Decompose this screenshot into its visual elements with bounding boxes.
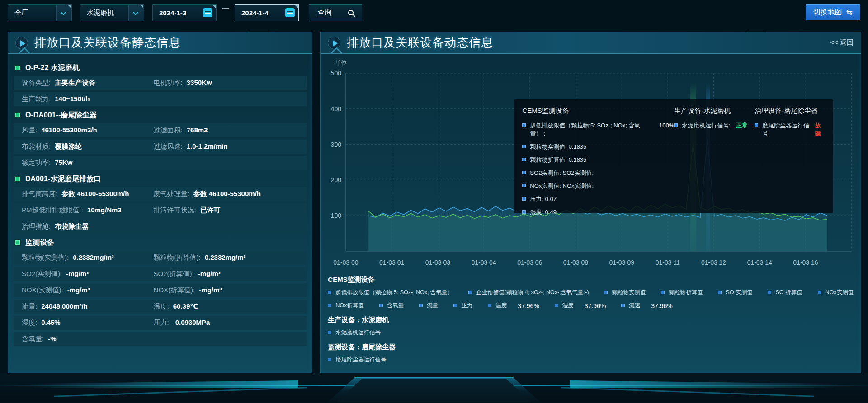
query-button[interactable]: 查询 [309,4,362,21]
info-cell: 含氧量:-% [22,335,154,343]
tooltip-item: 压力: 0.07 [522,195,674,203]
legend-marker-icon [522,123,526,127]
chart-tooltip: CEMS监测设备 超低排放限值（颗拉物:5: SOz-; NOx; 含氧量）：1… [514,99,833,213]
legend-item[interactable]: SO:实测值 [718,289,752,296]
y-tick-label: 300 [331,141,342,148]
section-header: O-DA001--磨尾除尘器 [15,108,307,122]
info-cell: 过滤面积:768m2 [154,126,302,135]
legend-item[interactable]: 超低排放限值（颗拉物:5: SOz-; NOx; 含氧量） [328,289,453,296]
y-tick-label: 200 [331,176,342,183]
legend-marker-icon [621,304,625,307]
y-tick-label: 500 [331,70,342,77]
tooltip-treatment-title: 治理设备-磨尾除尘器 [755,107,825,115]
field-value: 46100-55300m3/h [41,126,97,134]
x-tick-label: 01-03 08 [563,259,588,266]
legend-item[interactable]: 企业预警值(颗粒物:4; sOz-; NOx-;含氧气量:-) [468,289,589,296]
back-link[interactable]: << 返回 [830,38,854,47]
info-cell: 排污许可状况:已许可 [154,206,302,215]
legend-item[interactable]: SO:折算值 [768,289,802,296]
legend-row-2: NOx折算值含氧量流量压力温度37.96%湿度37.96%流速37.96% [328,302,854,309]
plant-select[interactable]: 全厂 [8,4,72,21]
field-value: 768m2 [187,126,208,134]
x-tick-label: 01-03 11 [656,259,680,266]
legend-item-production-signal[interactable]: 水泥磨机运行信号 [328,329,854,337]
tooltip-cems-items: 超低排放限值（颗拉物:5: SOz-; NOx; 含氧量）：100%颗粒物实测值… [522,122,674,216]
field-label: 过滤风速: [154,142,183,151]
x-tick-label: 01-03 14 [747,259,772,266]
device-select[interactable]: 水泥磨机 [80,4,144,21]
field-label: 含氧量: [22,335,44,343]
x-tick-label: 01-03 01 [379,259,404,266]
date-to-input[interactable]: 2024-1-4 [235,4,299,21]
info-cell: 额定功率:75Kw [22,159,154,167]
field-value: -mg/m³ [199,286,222,294]
info-row: 设备类型:主要生产设备电机功率:3350Kw [14,76,307,90]
plant-select-arrow [56,5,71,21]
legend-marker-icon [604,291,608,294]
legend-marker-icon [379,304,383,307]
legend-item-label: SO:实测值 [726,289,752,296]
y-axis-unit-label: 单位 [335,59,856,67]
decorative-line [561,387,814,397]
tooltip-item: 颗粒物折算值: 0.1835 [522,156,674,164]
legend-marker-icon [674,123,678,127]
info-row: 额定功率:75Kw [14,156,307,170]
legend-item-label: 颗粒物实测值 [612,289,646,296]
date-from-value: 2024-1-3 [159,9,186,17]
footer-decoration [0,373,868,402]
switch-map-button[interactable]: 切换地图 ⇆ [806,4,860,20]
legend-item[interactable]: NOx实测值 [818,289,854,296]
legend-marker-icon [328,291,331,294]
play-icon [328,37,340,49]
legend-item[interactable]: 温度37.96% [488,302,539,309]
legend-item[interactable]: 压力 [453,302,472,309]
top-toolbar: 全厂 水泥磨机 2024-1-3 — 2024-1-4 查询 切换地图 ⇆ [0,0,868,31]
field-label: SO2(折算值): [154,270,194,278]
chevron-down-icon [133,9,139,15]
legend-item[interactable]: 湿度37.96% [555,302,606,309]
legend-item[interactable]: 颗粒物实测值 [604,289,646,296]
info-row: PM超低排排放限值::10mg/Nm3排污许可状况:已许可 [14,203,307,217]
tooltip-production-column: 生产设备-水泥磨机 水泥磨机运行信号: 正常 [674,107,755,206]
date-from-input[interactable]: 2024-1-3 [152,4,217,21]
signal-value-fault: 故障 [815,122,826,138]
legend-marker-icon [328,331,331,334]
info-cell: SO2(实测值):-mg/m³ [22,270,154,278]
info-cell: PM超低排排放限值::10mg/Nm3 [22,206,154,215]
legend-item[interactable]: 流速37.96% [621,302,672,309]
legend-marker-icon [818,291,821,294]
info-row: 流量:24048.000m³/h温度:60.39℃ [14,300,307,314]
tooltip-item-value: 100% [659,122,674,129]
tooltip-item-text: 湿度: 0.49 [530,208,557,216]
info-row: 含氧量:-% [14,332,307,346]
info-cell: 风量:46100-55300m3/h [22,126,154,135]
legend-item-monitor-signal[interactable]: 磨尾除尘器运行信号 [328,356,854,364]
legend-item[interactable]: 颗粒物折算值 [661,289,703,296]
x-tick-label: 01-03 12 [701,259,726,266]
plant-select-value: 全厂 [14,9,28,17]
field-label: 排气筒高度: [22,190,57,198]
info-cell: 颗粒物(实测值):0.2332mg/m³ [22,253,154,262]
legend-item[interactable]: NOx折算值 [328,302,364,309]
dynamic-info-panel-header: 排放口及关联设备动态信息 << 返回 [321,32,861,54]
legend-item[interactable]: 流量 [419,302,438,309]
legend-marker-icon [488,304,491,307]
field-value: 主要生产设备 [55,79,95,87]
legend-marker-icon [522,210,526,214]
field-value: -mg/m³ [198,270,221,277]
section-title: DA001-水泥磨尾排放口 [25,174,101,184]
legend-item[interactable]: 含氧量 [379,302,404,309]
info-cell: 排气筒高度:参数 46100-55300m/h [22,190,154,198]
info-cell: 电机功率:3350Kw [154,79,302,87]
date-range-separator: — [222,4,229,12]
field-value: -% [48,335,56,342]
legend-item-label: 温度 [495,302,507,309]
static-info-panel: 排放口及关联设备静态信息 O-P-22 水泥磨机设备类型:主要生产设备电机功率:… [8,32,312,373]
section-bullet-icon [15,66,20,70]
field-label: 温度: [154,302,169,311]
query-button-label: 查询 [317,8,332,18]
field-label: 过滤面积: [154,126,183,135]
tooltip-item-text: 颗粒物折算值: 0.1835 [530,156,586,164]
tooltip-item: 湿度: 0.49 [522,208,674,216]
field-value: 24048.000m³/h [41,302,88,310]
